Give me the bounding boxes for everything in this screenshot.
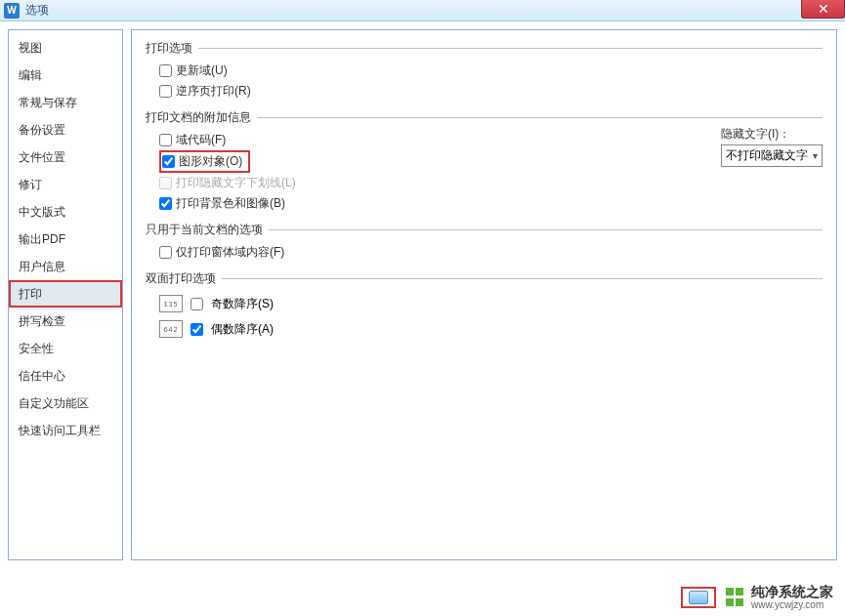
checkbox-field-codes[interactable]: [159, 134, 172, 146]
checkbox-even-desc[interactable]: [190, 323, 203, 336]
pages-even-icon: 642: [159, 320, 183, 338]
checkbox-hidden-underline: [159, 177, 172, 189]
watermark: 纯净系统之家 www.ycwjzy.com: [681, 585, 833, 610]
label-field-codes[interactable]: 域代码(F): [176, 132, 226, 148]
fieldset-print-options: 打印选项 更新域(U) 逆序页打印(R): [146, 40, 823, 102]
legend-attached-info: 打印文档的附加信息: [146, 109, 823, 126]
sidebar-item-trust-center[interactable]: 信任中心: [9, 362, 122, 390]
pages-odd-icon: 135: [159, 295, 183, 312]
watermark-highlight: [681, 587, 716, 608]
sidebar-item-file-location[interactable]: 文件位置: [9, 144, 122, 171]
sidebar-item-user-info[interactable]: 用户信息: [9, 253, 122, 280]
label-hidden-text: 隐藏文字(I)：: [721, 126, 823, 143]
checkbox-update-fields[interactable]: [159, 64, 172, 77]
select-hidden-text-value: 不打印隐藏文字: [726, 147, 808, 164]
label-update-fields[interactable]: 更新域(U): [176, 62, 228, 79]
label-reverse-order[interactable]: 逆序页打印(R): [176, 83, 251, 100]
sidebar-item-view[interactable]: 视图: [9, 34, 122, 62]
sidebar-item-spellcheck[interactable]: 拼写检查: [9, 308, 122, 335]
legend-print-options: 打印选项: [146, 40, 823, 57]
legend-current-doc: 只用于当前文档的选项: [146, 222, 823, 238]
fieldset-duplex: 双面打印选项 135 奇数降序(S) 642 偶数降序(A): [146, 270, 823, 342]
sidebar-item-general-save[interactable]: 常规与保存: [9, 89, 122, 116]
label-form-fields-only[interactable]: 仅打印窗体域内容(F): [176, 244, 284, 261]
chevron-down-icon: ▾: [813, 150, 818, 161]
row-reverse-order: 逆序页打印(R): [159, 81, 823, 102]
checkbox-graphic-objects[interactable]: [162, 155, 175, 168]
sidebar-item-quick-access[interactable]: 快速访问工具栏: [9, 417, 122, 444]
fieldset-attached-info: 打印文档的附加信息 隐藏文字(I)： 不打印隐藏文字 ▾ 域代码(F) 图形对象…: [146, 109, 823, 214]
sidebar-item-edit[interactable]: 编辑: [9, 62, 122, 89]
content-panel: 打印选项 更新域(U) 逆序页打印(R) 打印文档的附加信息 隐藏文字(I)： …: [131, 29, 837, 560]
label-background-colors[interactable]: 打印背景色和图像(B): [176, 195, 285, 212]
sidebar-item-security[interactable]: 安全性: [9, 335, 122, 362]
checkbox-form-fields-only[interactable]: [159, 246, 172, 259]
checkbox-background-colors[interactable]: [159, 197, 172, 210]
select-hidden-text[interactable]: 不打印隐藏文字 ▾: [721, 144, 823, 167]
app-icon: W: [4, 3, 20, 19]
sidebar-item-backup[interactable]: 备份设置: [9, 116, 122, 144]
checkbox-reverse-order[interactable]: [159, 85, 172, 98]
sidebar-item-custom-ribbon[interactable]: 自定义功能区: [9, 390, 122, 417]
window-title: 选项: [25, 2, 49, 19]
checkbox-odd-desc[interactable]: [190, 298, 203, 310]
label-graphic-objects[interactable]: 图形对象(O): [179, 153, 242, 170]
row-odd-desc: 135 奇数降序(S): [159, 291, 823, 316]
sidebar-item-print[interactable]: 打印: [9, 280, 122, 308]
row-field-codes: 域代码(F): [159, 130, 721, 150]
windows-logo-icon: [726, 588, 745, 607]
sidebar-item-output-pdf[interactable]: 输出PDF: [9, 226, 122, 253]
label-odd-desc[interactable]: 奇数降序(S): [211, 296, 274, 312]
close-button[interactable]: ✕: [801, 0, 845, 19]
sidebar-item-revision[interactable]: 修订: [9, 171, 122, 198]
close-icon: ✕: [818, 1, 829, 17]
row-form-fields-only: 仅打印窗体域内容(F): [159, 242, 823, 263]
watermark-title: 纯净系统之家: [751, 585, 833, 599]
row-even-desc: 642 偶数降序(A): [159, 316, 823, 342]
titlebar: W 选项 ✕: [0, 0, 845, 21]
hidden-text-group: 隐藏文字(I)： 不打印隐藏文字 ▾: [721, 126, 823, 167]
legend-duplex: 双面打印选项: [146, 270, 823, 287]
main-container: 视图 编辑 常规与保存 备份设置 文件位置 修订 中文版式 输出PDF 用户信息…: [0, 21, 845, 568]
row-update-fields: 更新域(U): [159, 61, 823, 81]
sidebar: 视图 编辑 常规与保存 备份设置 文件位置 修订 中文版式 输出PDF 用户信息…: [8, 29, 123, 560]
row-hidden-underline: 打印隐藏文字下划线(L): [159, 173, 823, 193]
row-background-colors: 打印背景色和图像(B): [159, 193, 823, 214]
watermark-text: 纯净系统之家 www.ycwjzy.com: [751, 585, 833, 610]
label-even-desc[interactable]: 偶数降序(A): [211, 321, 274, 338]
fieldset-current-doc: 只用于当前文档的选项 仅打印窗体域内容(F): [146, 222, 823, 263]
watermark-url: www.ycwjzy.com: [751, 599, 833, 610]
label-hidden-underline: 打印隐藏文字下划线(L): [176, 175, 296, 191]
sidebar-item-chinese-layout[interactable]: 中文版式: [9, 198, 122, 226]
screen-icon: [689, 591, 708, 604]
row-graphic-objects: 图形对象(O): [159, 150, 250, 173]
